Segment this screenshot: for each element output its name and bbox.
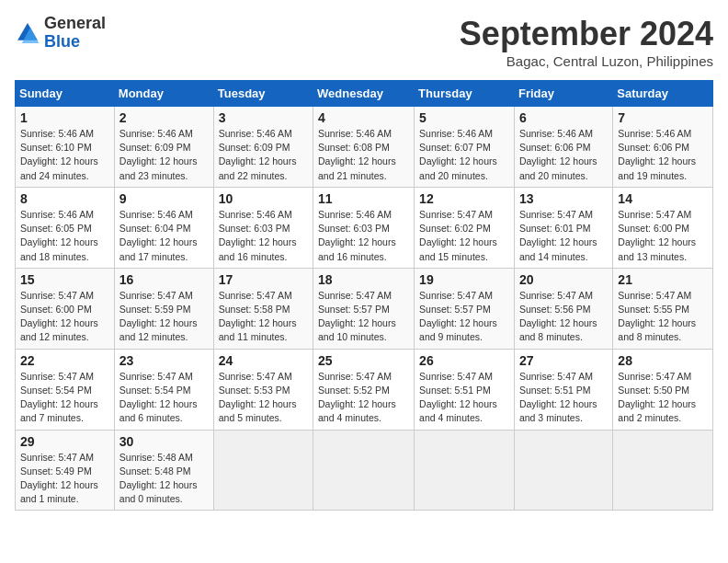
day-number: 16 [119, 272, 209, 287]
logo-blue: Blue [44, 32, 80, 51]
logo: General Blue [15, 15, 106, 52]
day-info: Sunrise: 5:46 AMSunset: 6:06 PMDaylight:… [519, 128, 597, 181]
calendar-header: Sunday Monday Tuesday Wednesday Thursday… [16, 81, 713, 107]
day-info: Sunrise: 5:46 AMSunset: 6:10 PMDaylight:… [20, 128, 98, 181]
day-number: 6 [519, 110, 608, 125]
table-row: 6 Sunrise: 5:46 AMSunset: 6:06 PMDayligh… [514, 107, 612, 188]
table-row: 12 Sunrise: 5:47 AMSunset: 6:02 PMDaylig… [415, 187, 515, 268]
day-info: Sunrise: 5:48 AMSunset: 5:48 PMDaylight:… [119, 452, 198, 505]
table-row: 7 Sunrise: 5:46 AMSunset: 6:06 PMDayligh… [613, 107, 713, 188]
table-row: 4 Sunrise: 5:46 AMSunset: 6:08 PMDayligh… [313, 107, 415, 188]
calendar-row: 8 Sunrise: 5:46 AMSunset: 6:05 PMDayligh… [16, 187, 713, 268]
day-number: 4 [318, 110, 409, 125]
day-number: 28 [618, 353, 708, 368]
calendar-row: 29 Sunrise: 5:47 AMSunset: 5:49 PMDaylig… [16, 430, 713, 511]
day-number: 19 [419, 272, 509, 287]
day-number: 15 [20, 272, 109, 287]
day-info: Sunrise: 5:47 AMSunset: 5:59 PMDaylight:… [119, 290, 198, 343]
header-tuesday: Tuesday [213, 81, 313, 107]
header-friday: Friday [514, 81, 612, 107]
header-sunday: Sunday [16, 81, 115, 107]
day-info: Sunrise: 5:47 AMSunset: 5:52 PMDaylight:… [318, 371, 396, 424]
day-info: Sunrise: 5:46 AMSunset: 6:03 PMDaylight:… [219, 209, 297, 262]
day-number: 17 [219, 272, 308, 287]
table-row: 24 Sunrise: 5:47 AMSunset: 5:53 PMDaylig… [213, 349, 313, 430]
table-row: 27 Sunrise: 5:47 AMSunset: 5:51 PMDaylig… [514, 349, 612, 430]
day-number: 13 [519, 191, 608, 206]
table-row: 29 Sunrise: 5:47 AMSunset: 5:49 PMDaylig… [16, 430, 115, 511]
table-row: 30 Sunrise: 5:48 AMSunset: 5:48 PMDaylig… [114, 430, 213, 511]
day-number: 5 [419, 110, 509, 125]
table-row: 9 Sunrise: 5:46 AMSunset: 6:04 PMDayligh… [114, 187, 213, 268]
logo-general: General [44, 14, 106, 32]
location-title: Bagac, Central Luzon, Philippines [460, 53, 713, 69]
header-monday: Monday [114, 81, 213, 107]
day-number: 7 [618, 110, 708, 125]
day-number: 29 [20, 434, 109, 449]
title-area: September 2024 Bagac, Central Luzon, Phi… [460, 15, 713, 69]
table-row: 1 Sunrise: 5:46 AMSunset: 6:10 PMDayligh… [16, 107, 115, 188]
table-row: 17 Sunrise: 5:47 AMSunset: 5:58 PMDaylig… [213, 268, 313, 349]
header-saturday: Saturday [613, 81, 713, 107]
table-row: 20 Sunrise: 5:47 AMSunset: 5:56 PMDaylig… [514, 268, 612, 349]
day-info: Sunrise: 5:47 AMSunset: 5:50 PMDaylight:… [618, 371, 696, 424]
table-row [213, 430, 313, 511]
table-row: 16 Sunrise: 5:47 AMSunset: 5:59 PMDaylig… [114, 268, 213, 349]
day-number: 26 [419, 353, 509, 368]
calendar-row: 1 Sunrise: 5:46 AMSunset: 6:10 PMDayligh… [16, 107, 713, 188]
day-info: Sunrise: 5:46 AMSunset: 6:04 PMDaylight:… [119, 209, 198, 262]
table-row: 8 Sunrise: 5:46 AMSunset: 6:05 PMDayligh… [16, 187, 115, 268]
day-number: 27 [519, 353, 608, 368]
header-row: Sunday Monday Tuesday Wednesday Thursday… [16, 81, 713, 107]
logo-text: General Blue [44, 15, 106, 52]
day-number: 30 [119, 434, 209, 449]
day-number: 25 [318, 353, 409, 368]
day-info: Sunrise: 5:46 AMSunset: 6:05 PMDaylight:… [20, 209, 98, 262]
day-info: Sunrise: 5:47 AMSunset: 5:51 PMDaylight:… [419, 371, 497, 424]
day-number: 14 [618, 191, 708, 206]
day-info: Sunrise: 5:47 AMSunset: 5:56 PMDaylight:… [519, 290, 597, 343]
day-number: 8 [20, 191, 109, 206]
day-info: Sunrise: 5:46 AMSunset: 6:09 PMDaylight:… [219, 128, 297, 181]
table-row: 21 Sunrise: 5:47 AMSunset: 5:55 PMDaylig… [613, 268, 713, 349]
table-row: 23 Sunrise: 5:47 AMSunset: 5:54 PMDaylig… [114, 349, 213, 430]
day-info: Sunrise: 5:47 AMSunset: 5:57 PMDaylight:… [419, 290, 497, 343]
table-row: 3 Sunrise: 5:46 AMSunset: 6:09 PMDayligh… [213, 107, 313, 188]
day-number: 18 [318, 272, 409, 287]
table-row: 28 Sunrise: 5:47 AMSunset: 5:50 PMDaylig… [613, 349, 713, 430]
month-title: September 2024 [460, 15, 713, 53]
day-info: Sunrise: 5:47 AMSunset: 6:02 PMDaylight:… [419, 209, 497, 262]
day-number: 22 [20, 353, 109, 368]
day-number: 11 [318, 191, 409, 206]
table-row [313, 430, 415, 511]
page-header: General Blue September 2024 Bagac, Centr… [15, 15, 713, 69]
calendar-body: 1 Sunrise: 5:46 AMSunset: 6:10 PMDayligh… [16, 107, 713, 511]
day-info: Sunrise: 5:47 AMSunset: 6:00 PMDaylight:… [618, 209, 696, 262]
day-number: 3 [219, 110, 308, 125]
day-info: Sunrise: 5:47 AMSunset: 6:00 PMDaylight:… [20, 290, 98, 343]
day-number: 2 [119, 110, 209, 125]
calendar-table: Sunday Monday Tuesday Wednesday Thursday… [15, 80, 713, 511]
day-info: Sunrise: 5:47 AMSunset: 5:51 PMDaylight:… [519, 371, 597, 424]
day-number: 20 [519, 272, 608, 287]
day-number: 9 [119, 191, 209, 206]
day-number: 24 [219, 353, 308, 368]
day-info: Sunrise: 5:47 AMSunset: 5:55 PMDaylight:… [618, 290, 696, 343]
table-row: 18 Sunrise: 5:47 AMSunset: 5:57 PMDaylig… [313, 268, 415, 349]
table-row: 5 Sunrise: 5:46 AMSunset: 6:07 PMDayligh… [415, 107, 515, 188]
table-row: 26 Sunrise: 5:47 AMSunset: 5:51 PMDaylig… [415, 349, 515, 430]
table-row: 15 Sunrise: 5:47 AMSunset: 6:00 PMDaylig… [16, 268, 115, 349]
calendar-row: 22 Sunrise: 5:47 AMSunset: 5:54 PMDaylig… [16, 349, 713, 430]
table-row: 25 Sunrise: 5:47 AMSunset: 5:52 PMDaylig… [313, 349, 415, 430]
day-number: 21 [618, 272, 708, 287]
day-info: Sunrise: 5:46 AMSunset: 6:07 PMDaylight:… [419, 128, 497, 181]
table-row: 2 Sunrise: 5:46 AMSunset: 6:09 PMDayligh… [114, 107, 213, 188]
table-row: 13 Sunrise: 5:47 AMSunset: 6:01 PMDaylig… [514, 187, 612, 268]
day-number: 23 [119, 353, 209, 368]
day-info: Sunrise: 5:47 AMSunset: 5:53 PMDaylight:… [219, 371, 297, 424]
header-thursday: Thursday [415, 81, 515, 107]
calendar-row: 15 Sunrise: 5:47 AMSunset: 6:00 PMDaylig… [16, 268, 713, 349]
day-info: Sunrise: 5:47 AMSunset: 5:49 PMDaylight:… [20, 452, 98, 505]
table-row [415, 430, 515, 511]
day-info: Sunrise: 5:46 AMSunset: 6:08 PMDaylight:… [318, 128, 396, 181]
